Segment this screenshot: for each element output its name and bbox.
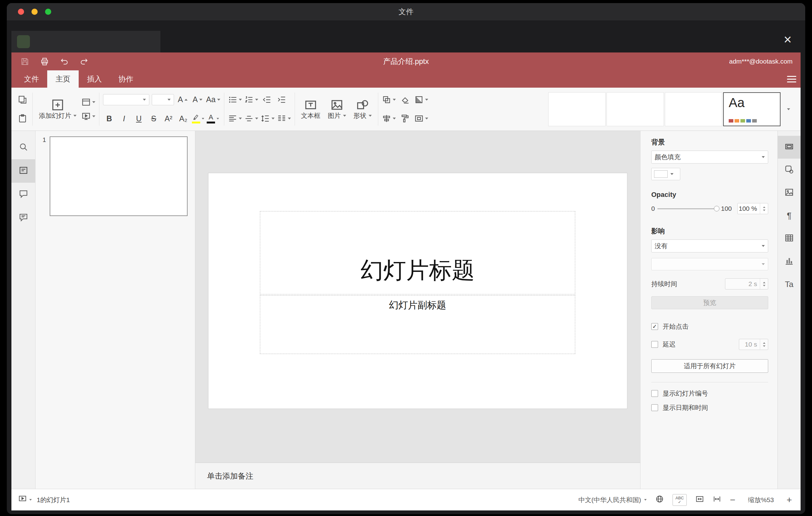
add-slide-button[interactable]: 添加幻灯片 xyxy=(36,96,79,122)
background-color-select[interactable] xyxy=(651,168,680,180)
insert-textbox-button[interactable]: 文本框 xyxy=(299,96,323,122)
slides-panel-button[interactable] xyxy=(11,159,35,183)
opacity-slider[interactable] xyxy=(658,205,719,212)
paste-icon[interactable] xyxy=(16,111,29,125)
insert-shape-button[interactable]: 形状 xyxy=(351,96,374,122)
theme-thumbnail-selected[interactable]: Aa xyxy=(723,92,781,126)
title-placeholder[interactable]: 幻灯片标题 xyxy=(260,211,575,294)
background-fill-select[interactable]: 颜色填充 xyxy=(651,151,768,164)
tab-collaboration[interactable]: 协作 xyxy=(110,70,142,88)
fit-slide-button[interactable] xyxy=(695,495,704,505)
transition-effect-select[interactable]: 没有 xyxy=(651,239,768,253)
save-icon[interactable] xyxy=(20,56,30,67)
show-slide-number-checkbox[interactable] xyxy=(651,390,658,397)
theme-thumbnail[interactable] xyxy=(607,92,664,126)
insert-image-button[interactable]: 图片 xyxy=(325,96,349,122)
spellcheck-toggle[interactable]: ABC ✓ xyxy=(672,494,687,506)
spinner-up-icon[interactable] xyxy=(763,282,765,283)
delay-spinner[interactable] xyxy=(760,339,768,350)
start-slideshow-status-button[interactable] xyxy=(18,495,32,505)
font-size-select[interactable] xyxy=(152,94,174,105)
print-icon[interactable] xyxy=(39,56,50,67)
undo-icon[interactable] xyxy=(59,56,69,67)
chat-panel-button[interactable] xyxy=(11,206,35,230)
textart-settings-button[interactable]: Ta xyxy=(778,273,801,296)
transition-variant-select[interactable] xyxy=(651,258,768,270)
spinner-down-icon[interactable] xyxy=(763,285,765,286)
zoom-in-button[interactable]: + xyxy=(786,495,792,505)
change-layout-button[interactable] xyxy=(82,95,95,109)
chart-settings-button[interactable] xyxy=(778,250,801,273)
slide-thumbnail[interactable] xyxy=(50,136,187,216)
search-button[interactable] xyxy=(11,136,35,159)
delay-checkbox[interactable] xyxy=(651,341,658,348)
chevron-up-icon xyxy=(184,99,187,101)
menu-icon[interactable] xyxy=(787,76,796,82)
image-settings-button[interactable] xyxy=(778,181,801,204)
align-shape-button[interactable] xyxy=(382,111,396,125)
zoom-out-button[interactable]: − xyxy=(730,495,735,505)
fit-width-button[interactable] xyxy=(713,495,721,505)
italic-button[interactable]: I xyxy=(118,111,130,125)
duration-spinner[interactable] xyxy=(760,279,768,289)
spinner-down-icon[interactable] xyxy=(763,209,765,211)
increase-indent-button[interactable] xyxy=(276,93,288,107)
notes-area[interactable]: 单击添加备注 xyxy=(195,463,640,489)
horizontal-align-button[interactable] xyxy=(228,111,242,125)
theme-gallery-expand-button[interactable] xyxy=(781,92,796,126)
opacity-value-input[interactable]: 100 % xyxy=(737,203,768,214)
paragraph-settings-button[interactable]: ¶ xyxy=(778,204,801,227)
highlight-color-button[interactable] xyxy=(192,111,204,125)
slide[interactable]: 幻灯片标题 幻灯片副标题 xyxy=(208,173,627,409)
shape-settings-button[interactable] xyxy=(778,159,801,181)
apply-to-all-slides-button[interactable]: 适用于所有幻灯片 xyxy=(651,359,768,373)
theme-thumbnail[interactable] xyxy=(665,92,722,126)
slide-area[interactable]: 幻灯片标题 幻灯片副标题 xyxy=(195,131,640,463)
copy-style-icon[interactable] xyxy=(399,111,411,125)
subtitle-placeholder[interactable]: 幻灯片副标题 xyxy=(260,295,575,354)
underline-button[interactable]: U xyxy=(133,111,145,125)
spinner-up-icon[interactable] xyxy=(763,342,765,344)
table-settings-button[interactable] xyxy=(778,227,801,250)
start-slideshow-button[interactable] xyxy=(82,109,95,123)
close-document-icon[interactable]: × xyxy=(784,33,792,46)
strikethrough-button[interactable]: S xyxy=(147,111,160,125)
arrange-shape-button[interactable] xyxy=(382,93,396,107)
document-language-button[interactable] xyxy=(655,495,664,505)
language-selector[interactable]: 中文(中华人民共和国) xyxy=(578,496,647,504)
numbering-button[interactable] xyxy=(244,93,258,107)
comments-panel-button[interactable] xyxy=(11,183,35,206)
opacity-spinner[interactable] xyxy=(760,203,768,214)
font-name-select[interactable] xyxy=(103,94,149,105)
slide-settings-button[interactable] xyxy=(778,136,801,159)
decrease-font-size-button[interactable]: A xyxy=(191,93,204,107)
delay-input[interactable]: 10 s xyxy=(739,339,768,350)
bold-button[interactable]: B xyxy=(103,111,115,125)
spinner-down-icon[interactable] xyxy=(763,345,765,347)
theme-thumbnail[interactable] xyxy=(548,92,606,126)
clear-style-icon[interactable] xyxy=(399,93,411,107)
redo-icon[interactable] xyxy=(79,56,89,67)
slide-size-button[interactable] xyxy=(414,111,428,125)
opacity-slider-handle[interactable] xyxy=(714,206,720,211)
superscript-button[interactable]: A² xyxy=(162,111,175,125)
copy-icon[interactable] xyxy=(16,93,29,107)
columns-button[interactable] xyxy=(277,111,291,125)
bullets-button[interactable] xyxy=(228,93,242,107)
tab-file[interactable]: 文件 xyxy=(16,70,47,88)
duration-input[interactable]: 2 s xyxy=(725,278,768,289)
decrease-indent-button[interactable] xyxy=(261,93,273,107)
vertical-align-button[interactable] xyxy=(244,111,258,125)
tab-insert[interactable]: 插入 xyxy=(79,70,110,88)
subscript-button[interactable]: A₂ xyxy=(177,111,190,125)
increase-font-size-button[interactable]: A xyxy=(176,93,189,107)
show-date-time-checkbox[interactable] xyxy=(651,404,658,411)
start-on-click-checkbox[interactable]: ✓ xyxy=(651,323,658,330)
change-case-button[interactable]: Aa xyxy=(206,93,220,107)
line-spacing-button[interactable] xyxy=(261,111,274,125)
preview-button[interactable]: 预览 xyxy=(651,296,768,309)
font-color-button[interactable]: A xyxy=(207,111,219,125)
fill-color-button[interactable] xyxy=(414,93,428,107)
spinner-up-icon[interactable] xyxy=(763,206,765,208)
tab-home[interactable]: 主页 xyxy=(47,70,79,88)
